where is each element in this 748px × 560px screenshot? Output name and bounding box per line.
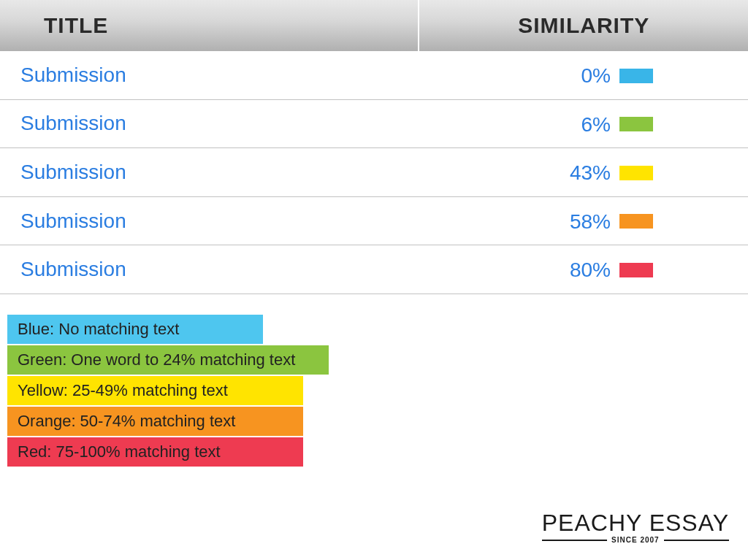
- table-row: Submission80%: [0, 245, 748, 294]
- similarity-swatch: [619, 69, 653, 83]
- submission-title[interactable]: Submission: [0, 99, 419, 148]
- table-row: Submission0%: [0, 51, 748, 99]
- similarity-cell: 6%: [419, 99, 748, 148]
- brand-underline: SINCE 2007: [542, 536, 729, 544]
- similarity-percent: 43%: [570, 161, 611, 184]
- legend-item: Green: One word to 24% matching text: [7, 345, 329, 375]
- similarity-percent: 6%: [581, 112, 611, 135]
- similarity-cell: 43%: [419, 148, 748, 197]
- legend-item: Blue: No matching text: [7, 315, 263, 344]
- color-legend: Blue: No matching textGreen: One word to…: [7, 315, 329, 468]
- col-title: TITLE: [0, 0, 419, 51]
- legend-item: Orange: 50-74% matching text: [7, 407, 303, 436]
- table-header-row: TITLE SIMILARITY: [0, 0, 748, 51]
- similarity-swatch: [619, 263, 653, 277]
- legend-item: Red: 75-100% matching text: [7, 437, 303, 467]
- table-row: Submission58%: [0, 196, 748, 245]
- submission-title[interactable]: Submission: [0, 51, 419, 99]
- brand-logo: PEACHY ESSAY SINCE 2007: [542, 511, 729, 544]
- similarity-percent: 80%: [570, 258, 611, 281]
- similarity-swatch: [619, 214, 653, 229]
- brand-name: PEACHY ESSAY: [542, 511, 729, 534]
- similarity-percent: 0%: [581, 64, 611, 87]
- table-row: Submission6%: [0, 99, 748, 148]
- submission-title[interactable]: Submission: [0, 148, 419, 197]
- brand-since: SINCE 2007: [607, 536, 664, 544]
- legend-item: Yellow: 25-49% matching text: [7, 376, 303, 405]
- submission-title[interactable]: Submission: [0, 245, 419, 294]
- similarity-swatch: [619, 166, 653, 180]
- similarity-table: TITLE SIMILARITY Submission0%Submission6…: [0, 0, 748, 294]
- similarity-percent: 58%: [570, 210, 611, 232]
- submission-title[interactable]: Submission: [0, 196, 419, 245]
- table-row: Submission43%: [0, 148, 748, 197]
- similarity-cell: 80%: [419, 245, 748, 294]
- similarity-cell: 0%: [419, 51, 748, 99]
- similarity-swatch: [619, 117, 653, 131]
- col-similarity: SIMILARITY: [419, 0, 748, 51]
- similarity-cell: 58%: [419, 196, 748, 245]
